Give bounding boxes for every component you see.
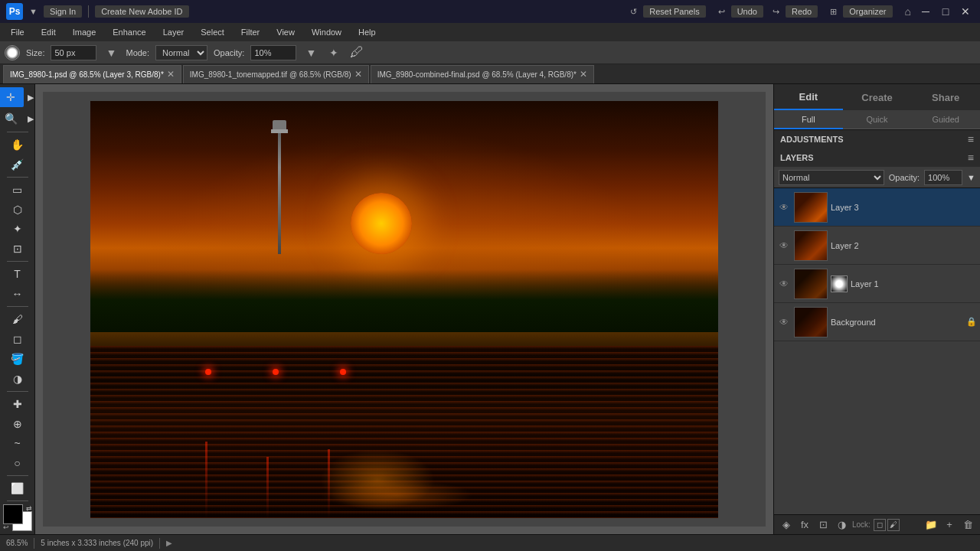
blend-mode-select[interactable]: Normal Multiply Screen Overlay Soft Ligh… [779,170,884,185]
layer-bg-lock-icon: 🔒 [966,317,977,328]
marquee-tool[interactable]: ▭ [5,181,31,199]
undo-button[interactable]: Undo [731,5,763,18]
mode-select[interactable]: Normal Multiply Screen Overlay [155,45,207,60]
tab-1[interactable]: IMG_8980-1_tonemapped.tif @ 68.5% (RGB/8… [183,65,369,83]
shape-tool[interactable]: ⬜ [5,479,31,497]
organizer-icon[interactable]: ⊞ [830,7,837,17]
redo-icon[interactable]: ↪ [773,7,779,17]
home-icon[interactable]: ⌂ [905,5,911,18]
gradient-tool[interactable]: ◑ [5,370,31,388]
menu-help[interactable]: Help [351,26,384,38]
opacity-input[interactable] [250,45,296,60]
right-panel: Edit Create Share Full Quick Guided ADJU… [773,84,980,534]
dodge-tool[interactable]: ○ [5,454,31,472]
menu-window[interactable]: Window [304,26,349,38]
magic-wand-tool[interactable]: ✦ [5,220,31,239]
organizer-button[interactable]: Organizer [843,5,892,18]
layer-bg-visibility[interactable]: 👁 [777,315,791,329]
tablet-icon[interactable]: 🖊 [348,44,365,61]
airbrush-icon[interactable]: ✦ [325,44,342,61]
opacity-dropdown-btn[interactable]: ▼ [967,173,975,182]
menu-image[interactable]: Image [65,26,104,38]
size-input[interactable] [51,45,96,60]
menu-edit[interactable]: Edit [34,26,64,38]
paint-bucket-tool[interactable]: 🪣 [5,350,31,368]
new-layer-btn[interactable]: + [942,517,957,533]
brush-tool[interactable]: 🖌 [5,310,31,328]
layer-2-visibility[interactable]: 👁 [777,239,791,253]
layer-item-3[interactable]: 👁 Layer 3 [774,188,980,227]
menu-file[interactable]: File [3,26,32,38]
status-expand-btn[interactable]: ▶ [166,539,172,547]
reset-colors-icon[interactable]: ↩ [3,523,9,531]
redo-button[interactable]: Redo [786,5,818,18]
water-orange-reflection [320,480,473,510]
foreground-color-swatch[interactable] [3,504,23,524]
reset-panels-button[interactable]: Reset Panels [643,5,705,18]
new-group-btn[interactable]: 📁 [923,517,939,533]
create-id-button[interactable]: Create New Adobe ID [95,5,188,18]
maximize-button[interactable]: □ [937,3,954,20]
opacity-label: Opacity: [889,173,920,182]
hand-tool[interactable]: ✋ [5,135,31,154]
tab-2[interactable]: IMG_8980-combined-final.psd @ 68.5% (Lay… [371,65,594,83]
tab-edit[interactable]: Edit [774,84,843,110]
layers-controls: Normal Multiply Screen Overlay Soft Ligh… [774,167,980,188]
lasso-tool[interactable]: ⬡ [5,201,31,219]
layer-1-visibility[interactable]: 👁 [777,277,791,291]
add-layer-style-btn[interactable]: fx [797,517,812,533]
smudge-tool[interactable]: ~ [5,435,31,453]
layer-blend-mode-btn[interactable]: ◈ [779,517,794,533]
add-mask-btn[interactable]: ⊡ [815,517,831,533]
zoom-tool[interactable]: 🔍 [0,109,24,129]
tab-share[interactable]: Share [911,84,980,110]
menu-layer[interactable]: Layer [155,26,192,38]
vtab-full[interactable]: Full [774,110,843,129]
delete-layer-btn[interactable]: 🗑 [960,517,975,533]
layer-1-mask[interactable] [831,276,848,292]
close-button[interactable]: ✕ [957,3,974,20]
lock-image-icon[interactable]: 🖌 [887,519,900,531]
reset-panels-icon[interactable]: ↺ [630,7,637,17]
move-tool-options[interactable]: ▶ [24,87,35,107]
tab-0[interactable]: IMG_8980-1.psd @ 68.5% (Layer 3, RGB/8)*… [3,65,181,83]
layer-item-bg[interactable]: 👁 Background 🔒 [774,303,980,341]
undo-icon[interactable]: ↩ [718,7,725,17]
type-tool[interactable]: T [5,265,31,283]
sign-in-button[interactable]: Sign In [44,5,82,18]
window-menu-btn[interactable]: ▼ [29,7,38,16]
adjustment-btn[interactable]: ◑ [834,517,849,533]
lock-transparent-icon[interactable]: ◻ [874,519,886,531]
layer-3-visibility[interactable]: 👁 [777,201,791,214]
eyedropper-tool[interactable]: 💉 [5,155,31,174]
brush-preview[interactable] [5,45,20,60]
menu-view[interactable]: View [269,26,302,38]
healing-tool[interactable]: ✚ [5,395,31,413]
canvas-image[interactable] [90,101,718,518]
zoom-level: 68.5% [6,539,28,547]
move-tool2[interactable]: ↔ [5,285,31,303]
eraser-tool[interactable]: ◻ [5,330,31,348]
zoom-tool-options[interactable]: ▶ [24,109,35,129]
clone-tool[interactable]: ⊕ [5,415,31,433]
tab-2-close[interactable]: ✕ [580,69,587,80]
tab-1-close[interactable]: ✕ [354,69,362,80]
vtab-quick[interactable]: Quick [843,110,912,129]
menu-enhance[interactable]: Enhance [105,26,153,38]
layer-item-1[interactable]: 👁 Layer 1 [774,265,980,303]
layers-options-btn[interactable]: ≡ [968,152,974,164]
size-options-btn[interactable]: ▼ [103,44,119,61]
minimize-button[interactable]: ─ [917,3,934,20]
menu-filter[interactable]: Filter [234,26,267,38]
opacity-value-input[interactable] [924,170,962,185]
tab-create[interactable]: Create [843,84,912,110]
vtab-guided[interactable]: Guided [911,110,980,129]
layer-item-2[interactable]: 👁 Layer 2 [774,227,980,265]
crop-tool[interactable]: ⊡ [5,240,31,258]
menu-select[interactable]: Select [193,26,232,38]
tab-0-close[interactable]: ✕ [167,69,175,80]
move-tool[interactable]: ✛ [0,87,24,107]
swap-colors-icon[interactable]: ⇄ [26,504,32,512]
opacity-options-btn[interactable]: ▼ [302,44,319,61]
adjustments-options-btn[interactable]: ≡ [968,133,974,145]
